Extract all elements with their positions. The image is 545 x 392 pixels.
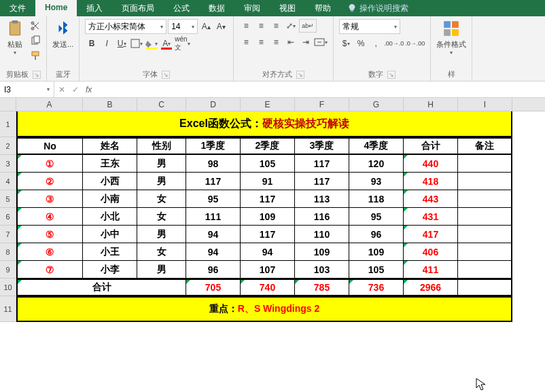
col-header[interactable]: B (83, 98, 137, 111)
cell[interactable]: 1季度 (186, 137, 241, 155)
cell[interactable]: 109 (241, 208, 295, 226)
cell[interactable]: 95 (186, 190, 241, 208)
cell[interactable]: 小南 (83, 190, 137, 208)
cell[interactable]: 合计 (16, 279, 186, 296)
cell[interactable]: 姓名 (83, 137, 137, 155)
cell[interactable] (458, 208, 512, 226)
col-header[interactable]: A (16, 98, 83, 111)
cell[interactable] (458, 261, 512, 279)
cell[interactable]: 小西 (83, 173, 137, 190)
cell[interactable]: 411 (404, 261, 458, 279)
tab-formulas[interactable]: 公式 (164, 0, 199, 16)
cell[interactable]: No (16, 137, 83, 155)
cell[interactable]: 117 (295, 173, 349, 190)
align-middle-button[interactable]: ≡ (254, 19, 268, 33)
underline-button[interactable]: U▾ (115, 37, 128, 50)
cell[interactable]: 705 (186, 279, 241, 296)
col-header[interactable]: E (241, 98, 295, 111)
font-name-select[interactable]: 方正小标宋简体▾ (85, 19, 166, 34)
cell[interactable]: ② (16, 173, 83, 190)
decrease-indent-button[interactable]: ⇤ (284, 35, 298, 49)
row-header[interactable]: 3 (0, 155, 16, 173)
cell[interactable]: 男 (137, 155, 186, 173)
cell[interactable]: 98 (186, 155, 241, 173)
cell[interactable]: 440 (404, 155, 458, 173)
row-header[interactable]: 11 (0, 296, 16, 322)
col-header[interactable]: C (137, 98, 186, 111)
row-header[interactable]: 1 (0, 111, 16, 137)
cell-title[interactable]: Excel函数公式：硬核实操技巧解读 (16, 111, 512, 137)
cell[interactable]: 443 (404, 190, 458, 208)
cell[interactable]: 736 (349, 279, 404, 296)
cell[interactable]: 94 (241, 243, 295, 261)
bold-button[interactable]: B (85, 37, 99, 50)
font-color-button[interactable]: A▾ (160, 37, 173, 50)
cell[interactable]: 小中 (83, 226, 137, 243)
cell[interactable]: 4季度 (349, 137, 404, 155)
align-right-button[interactable]: ≡ (269, 35, 283, 49)
accept-formula-button[interactable]: ✓ (72, 85, 79, 94)
decrease-decimal-button[interactable]: .0→.00 (405, 37, 425, 50)
conditional-format-button[interactable]: 条件格式 ▾ (434, 18, 469, 57)
cell[interactable]: 女 (137, 243, 186, 261)
cell[interactable]: 113 (295, 190, 349, 208)
decrease-font-button[interactable]: A▾ (214, 20, 228, 33)
align-bottom-button[interactable]: ≡ (269, 19, 283, 33)
number-format-select[interactable]: 常规▾ (339, 19, 400, 34)
cell[interactable]: 785 (295, 279, 349, 296)
tell-me-search[interactable]: 操作说明搜索 (340, 0, 408, 16)
dialog-launcher-icon[interactable]: ↘ (162, 71, 170, 79)
cell[interactable]: 117 (241, 190, 295, 208)
align-left-button[interactable]: ≡ (239, 35, 253, 49)
currency-button[interactable]: $▾ (339, 37, 353, 50)
row-header[interactable]: 2 (0, 137, 16, 155)
cell[interactable]: 小李 (83, 261, 137, 279)
cell[interactable]: 109 (349, 243, 404, 261)
tab-insert[interactable]: 插入 (77, 0, 112, 16)
border-button[interactable]: ▾ (130, 37, 143, 50)
percent-button[interactable]: % (354, 37, 368, 50)
merge-button[interactable]: ▾ (314, 35, 328, 49)
cell[interactable]: 418 (404, 173, 458, 190)
cell[interactable] (458, 155, 512, 173)
cell[interactable]: 96 (349, 226, 404, 243)
cell[interactable]: 103 (295, 261, 349, 279)
row-header[interactable]: 6 (0, 208, 16, 226)
tab-home[interactable]: Home (35, 0, 77, 16)
cell[interactable]: ⑤ (16, 226, 83, 243)
tab-review[interactable]: 审阅 (234, 0, 270, 16)
cell[interactable]: 91 (241, 173, 295, 190)
cell[interactable]: 94 (186, 226, 241, 243)
wrap-text-button[interactable]: ab↵ (299, 19, 317, 33)
align-center-button[interactable]: ≡ (254, 35, 268, 49)
cell[interactable]: 性别 (137, 137, 186, 155)
align-top-button[interactable]: ≡ (239, 19, 253, 33)
cell[interactable]: 96 (186, 261, 241, 279)
orientation-button[interactable]: ⤢▾ (284, 19, 298, 33)
increase-font-button[interactable]: A▴ (199, 20, 213, 33)
cell[interactable]: 2966 (404, 279, 458, 296)
cell[interactable]: 合计 (404, 137, 458, 155)
tab-pagelayout[interactable]: 页面布局 (112, 0, 164, 16)
cell[interactable]: 王东 (83, 155, 137, 173)
fill-color-button[interactable]: ▾ (145, 37, 158, 50)
cell[interactable]: 431 (404, 208, 458, 226)
cell[interactable]: 406 (404, 243, 458, 261)
cell[interactable]: 120 (349, 155, 404, 173)
fx-icon[interactable]: fx (86, 85, 92, 94)
tab-view[interactable]: 视图 (270, 0, 305, 16)
dialog-launcher-icon[interactable]: ↘ (387, 71, 395, 79)
row-header[interactable]: 5 (0, 190, 16, 208)
cell[interactable] (458, 190, 512, 208)
format-painter-button[interactable] (29, 49, 42, 63)
cell[interactable]: 110 (295, 226, 349, 243)
cell[interactable]: 男 (137, 173, 186, 190)
paste-button[interactable]: 粘贴 ▾ (3, 18, 27, 57)
name-box[interactable]: I3▾ (0, 82, 54, 97)
select-all-corner[interactable] (0, 98, 16, 111)
cell[interactable]: 94 (186, 243, 241, 261)
cell[interactable] (458, 279, 512, 296)
cell[interactable]: 116 (295, 208, 349, 226)
row-header[interactable]: 10 (0, 279, 16, 296)
col-header[interactable]: H (404, 98, 458, 111)
